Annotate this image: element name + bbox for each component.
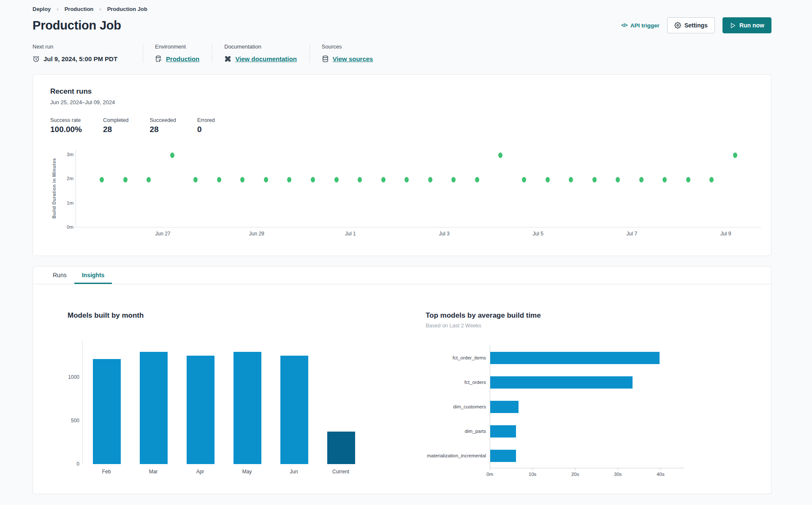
x-tick-label: 30s <box>614 472 622 477</box>
scatter-point[interactable] <box>639 177 644 182</box>
scatter-point[interactable] <box>522 177 526 182</box>
hbar-track <box>490 419 684 443</box>
stat-label: Success rate <box>50 117 82 123</box>
scatter-point[interactable] <box>592 177 597 182</box>
view-documentation-link[interactable]: View documentation <box>235 55 297 62</box>
scatter-point[interactable] <box>498 153 502 158</box>
tab-bar: Runs Insights <box>33 267 771 284</box>
scatter-point[interactable] <box>686 177 690 182</box>
hbar-category-label: dim_parts <box>426 429 490 434</box>
hbar-row: dim_customers <box>426 394 684 419</box>
x-tick-label: Jun 29 <box>249 231 264 237</box>
hbar-track <box>490 346 684 370</box>
tab-insights[interactable]: Insights <box>74 267 112 284</box>
y-tick-label: 0m <box>59 224 73 230</box>
scatter-point[interactable] <box>170 153 174 158</box>
scatter-point[interactable] <box>193 177 198 182</box>
hbar-track <box>490 443 684 468</box>
meta-label: Sources <box>322 43 373 50</box>
scatter-point[interactable] <box>475 177 479 182</box>
settings-button[interactable]: Settings <box>667 17 715 33</box>
scatter-point[interactable] <box>709 177 714 182</box>
hbar-row: dim_parts <box>426 419 684 443</box>
bar <box>234 352 261 464</box>
stat-errored: Errored 0 <box>197 117 215 134</box>
scatter-point[interactable] <box>428 177 432 182</box>
scatter-point[interactable] <box>451 177 456 182</box>
run-now-button-label: Run now <box>739 22 764 29</box>
scatter-point[interactable] <box>311 177 315 182</box>
scatter-point[interactable] <box>381 177 386 182</box>
environment-link[interactable]: Production <box>166 55 199 62</box>
axis-tick <box>575 468 576 470</box>
hbar-category-label: fct_orders <box>426 380 490 385</box>
breadcrumb-deploy[interactable]: Deploy <box>33 6 51 12</box>
chart-subtitle: Based on Last 2 Weeks <box>426 323 684 329</box>
breadcrumb: Deploy › Production › Production Job <box>33 4 771 16</box>
scatter-point[interactable] <box>358 177 362 182</box>
insights-panel: Models built by month 05001000 FebMarApr… <box>33 284 771 481</box>
bar <box>490 352 660 364</box>
x-tick-label: 10s <box>529 472 537 477</box>
axis-tick <box>618 468 618 470</box>
hbar-row: fct_orders <box>426 370 684 394</box>
stat-value: 0 <box>197 125 215 134</box>
models-by-month-xlabels: FebMarAprMayJunCurrent <box>82 469 382 475</box>
scatter-point[interactable] <box>733 153 737 158</box>
alarm-clock-icon <box>33 55 40 62</box>
x-tick-label: Jul 3 <box>439 231 449 237</box>
api-trigger-link[interactable]: </> API trigger <box>621 22 659 29</box>
tab-runs[interactable]: Runs <box>45 267 74 284</box>
scatter-point[interactable] <box>546 177 550 182</box>
scatter-point[interactable] <box>287 177 291 182</box>
scatter-point[interactable] <box>405 177 409 182</box>
build-duration-chart: Build Duration in Minutes 0m1m2m3mJun 27… <box>50 149 761 241</box>
x-tick-label: May <box>233 469 261 475</box>
view-sources-link[interactable]: View sources <box>333 55 373 62</box>
models-by-month-plot-wrap: 05001000 FebMarAprMayJunCurrent <box>68 341 382 475</box>
scatter-point[interactable] <box>123 177 128 182</box>
chart-title: Top models by average build time <box>426 311 684 320</box>
top-models-plot-wrap: fct_order_itemsfct_ordersdim_customersdi… <box>426 346 684 481</box>
y-tick-label: 500 <box>65 418 79 424</box>
bar <box>490 401 519 413</box>
scatter-point[interactable] <box>147 177 151 182</box>
build-duration-plot: 0m1m2m3mJun 27Jun 29Jul 1Jul 3Jul 5Jul 7… <box>76 149 761 227</box>
meta-label: Next run <box>33 43 117 50</box>
database-icon <box>322 55 329 62</box>
stat-label: Completed <box>103 117 128 123</box>
bar <box>280 356 308 464</box>
run-now-button[interactable]: Run now <box>722 17 771 33</box>
dbt-logo-icon <box>224 55 231 62</box>
stat-completed: Completed 28 <box>103 117 128 134</box>
job-detail-card: Runs Insights Models built by month 0500… <box>33 266 771 494</box>
scatter-point[interactable] <box>569 177 573 182</box>
top-models-axis: 0m10s20s30s40s <box>490 468 684 481</box>
stat-success-rate: Success rate 100.00% <box>50 117 82 134</box>
breadcrumb-current-page: Production Job <box>107 6 147 12</box>
hbar-category-label: fct_order_items <box>426 355 490 360</box>
scatter-point[interactable] <box>334 177 339 182</box>
chevron-right-icon: › <box>57 6 58 12</box>
header-actions: </> API trigger Settings Run now <box>621 17 771 33</box>
y-axis-label: Build Duration in Minutes <box>50 149 58 227</box>
scatter-point[interactable] <box>100 177 104 182</box>
x-tick-label: Apr <box>186 469 214 475</box>
recent-runs-date-range: Jun 25, 2024–Jul 09, 2024 <box>50 99 761 105</box>
scatter-point[interactable] <box>217 177 221 182</box>
bar <box>187 356 215 464</box>
stat-label: Succeeded <box>149 117 176 123</box>
x-tick-label: Jul 9 <box>720 231 731 237</box>
scatter-point[interactable] <box>663 177 667 182</box>
axis-tick <box>490 468 490 470</box>
models-by-month-chart: Models built by month 05001000 FebMarApr… <box>68 311 382 481</box>
page-header: Production Job </> API trigger Settings … <box>33 17 771 33</box>
breadcrumb-production[interactable]: Production <box>65 6 94 12</box>
scatter-point[interactable] <box>240 177 244 182</box>
y-tick-label: 2m <box>59 176 73 181</box>
scatter-point[interactable] <box>264 177 268 182</box>
x-tick-label: 20s <box>571 472 579 477</box>
top-models-rows: fct_order_itemsfct_ordersdim_customersdi… <box>426 346 684 468</box>
scatter-point[interactable] <box>616 177 620 182</box>
meta-environment: Environment Production <box>143 43 212 62</box>
